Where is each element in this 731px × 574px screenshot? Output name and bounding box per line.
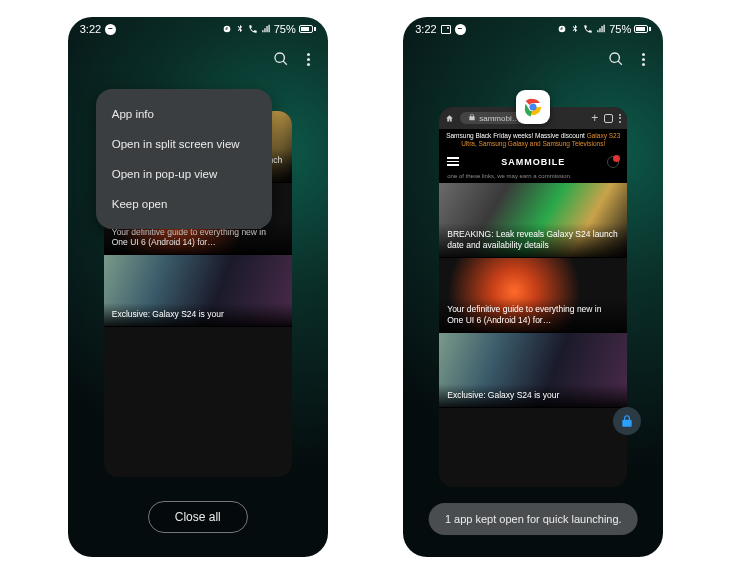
menu-popup-view[interactable]: Open in pop-up view xyxy=(96,159,272,189)
recents-toolbar xyxy=(68,41,328,75)
status-bar: 3:22 − 75% xyxy=(403,17,663,41)
wifi-calling-icon xyxy=(583,24,593,34)
tabs-icon[interactable] xyxy=(604,114,613,123)
article-headline: Exclusive: Galaxy S24 is your xyxy=(439,384,627,407)
close-all-button[interactable]: Close all xyxy=(148,501,248,533)
phone-right-recents-locked: 3:22 − 75% s xyxy=(403,17,663,557)
site-header: SAMMOBILE xyxy=(439,151,627,173)
status-time: 3:22 xyxy=(80,23,101,35)
bluetooth-icon xyxy=(570,24,580,34)
dnd-icon: − xyxy=(455,24,466,35)
site-brand: SAMMOBILE xyxy=(439,157,627,167)
article-headline: Your definitive guide to everything new … xyxy=(439,298,627,331)
alarm-icon xyxy=(557,24,567,34)
notification-bell-icon[interactable] xyxy=(607,156,619,168)
status-bar: 3:22 − 75% xyxy=(68,17,328,41)
article-headline: BREAKING: Leak reveals Galaxy S24 launch… xyxy=(439,223,627,256)
battery-icon xyxy=(634,25,651,33)
affiliate-note: one of these links, we may earn a commis… xyxy=(439,173,627,183)
more-icon[interactable] xyxy=(307,53,310,66)
battery-icon xyxy=(299,25,316,33)
new-tab-icon[interactable]: + xyxy=(591,111,598,125)
keep-open-lock-badge[interactable] xyxy=(613,407,641,435)
promo-banner: Samsung Black Friday weeks! Massive disc… xyxy=(439,129,627,151)
search-icon[interactable] xyxy=(608,51,624,67)
wifi-calling-icon xyxy=(248,24,258,34)
signal-icon xyxy=(261,24,271,34)
app-context-menu: App info Open in split screen view Open … xyxy=(96,89,272,229)
toast-message: 1 app kept open for quick launching. xyxy=(429,503,638,535)
status-right-icons: 75% xyxy=(557,23,651,35)
article-headline: Exclusive: Galaxy S24 is your xyxy=(104,303,292,326)
recent-app-card[interactable]: sammobi… + Samsung Black Friday weeks! M… xyxy=(439,107,627,487)
phone-left-recents-with-menu: 3:22 − 75% BREAKING: Leak reveals Galaxy… xyxy=(68,17,328,557)
battery-pct: 75% xyxy=(609,23,631,35)
dnd-icon: − xyxy=(105,24,116,35)
menu-app-info[interactable]: App info xyxy=(96,99,272,129)
lock-icon xyxy=(620,414,634,428)
alarm-icon xyxy=(222,24,232,34)
menu-keep-open[interactable]: Keep open xyxy=(96,189,272,219)
home-icon[interactable] xyxy=(445,114,454,123)
battery-pct: 75% xyxy=(274,23,296,35)
app-icon-chrome[interactable] xyxy=(516,90,550,124)
bluetooth-icon xyxy=(235,24,245,34)
menu-split-screen[interactable]: Open in split screen view xyxy=(96,129,272,159)
recents-toolbar xyxy=(403,41,663,75)
browser-menu-icon[interactable] xyxy=(619,114,621,123)
search-icon[interactable] xyxy=(273,51,289,67)
chrome-icon xyxy=(521,95,545,119)
status-time: 3:22 xyxy=(415,23,436,35)
status-right-icons: 75% xyxy=(222,23,316,35)
signal-icon xyxy=(596,24,606,34)
screenshot-notif-icon xyxy=(441,25,451,34)
more-icon[interactable] xyxy=(642,53,645,66)
